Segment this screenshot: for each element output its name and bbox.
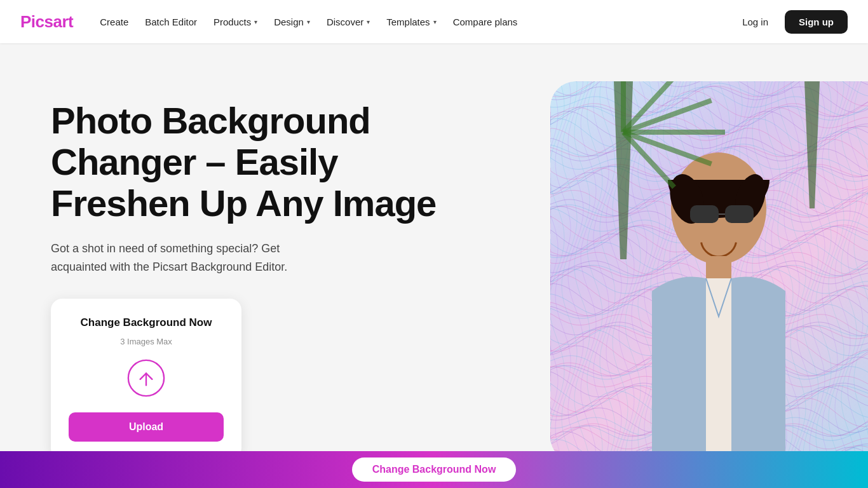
hero-content: Photo Background Changer – Easily Freshe… bbox=[51, 94, 464, 459]
nav-templates[interactable]: Templates ▾ bbox=[380, 13, 442, 31]
hero-image bbox=[550, 81, 868, 463]
navbar-right: Log in Sign up bbox=[733, 10, 848, 34]
nav-design[interactable]: Design ▾ bbox=[268, 13, 316, 31]
nav-products[interactable]: Products ▾ bbox=[207, 13, 264, 31]
nav-discover[interactable]: Discover ▾ bbox=[320, 13, 376, 31]
nav-batch-editor[interactable]: Batch Editor bbox=[139, 13, 203, 31]
upload-icon-wrapper bbox=[126, 358, 166, 398]
bottom-bar: Change Background Now bbox=[0, 451, 868, 488]
upload-card-subtitle: 3 Images Max bbox=[120, 337, 172, 346]
hero-section: Photo Background Changer – Easily Freshe… bbox=[0, 43, 868, 488]
hero-title: Photo Background Changer – Easily Freshe… bbox=[51, 100, 464, 224]
nav-create[interactable]: Create bbox=[93, 13, 135, 31]
signup-button[interactable]: Sign up bbox=[785, 10, 848, 34]
upload-button[interactable]: Upload bbox=[69, 412, 224, 442]
bottom-bar-cta-button[interactable]: Change Background Now bbox=[352, 458, 517, 482]
upload-card: Change Background Now 3 Images Max Uploa… bbox=[51, 299, 241, 459]
templates-chevron-icon: ▾ bbox=[433, 18, 437, 25]
logo[interactable]: Picsart bbox=[20, 12, 73, 32]
login-button[interactable]: Log in bbox=[733, 11, 777, 32]
nav-links: Create Batch Editor Products ▾ Design ▾ … bbox=[93, 13, 524, 31]
discover-chevron-icon: ▾ bbox=[367, 18, 370, 25]
navbar-left: Picsart Create Batch Editor Products ▾ D… bbox=[20, 12, 524, 32]
hero-image-canvas bbox=[550, 81, 868, 463]
navbar: Picsart Create Batch Editor Products ▾ D… bbox=[0, 0, 868, 43]
nav-compare-plans[interactable]: Compare plans bbox=[447, 13, 524, 31]
products-chevron-icon: ▾ bbox=[254, 18, 257, 25]
upload-card-title: Change Background Now bbox=[81, 316, 212, 329]
upload-cloud-icon bbox=[127, 359, 165, 397]
design-chevron-icon: ▾ bbox=[307, 18, 310, 25]
hero-subtitle: Got a shot in need of something special?… bbox=[51, 240, 318, 276]
